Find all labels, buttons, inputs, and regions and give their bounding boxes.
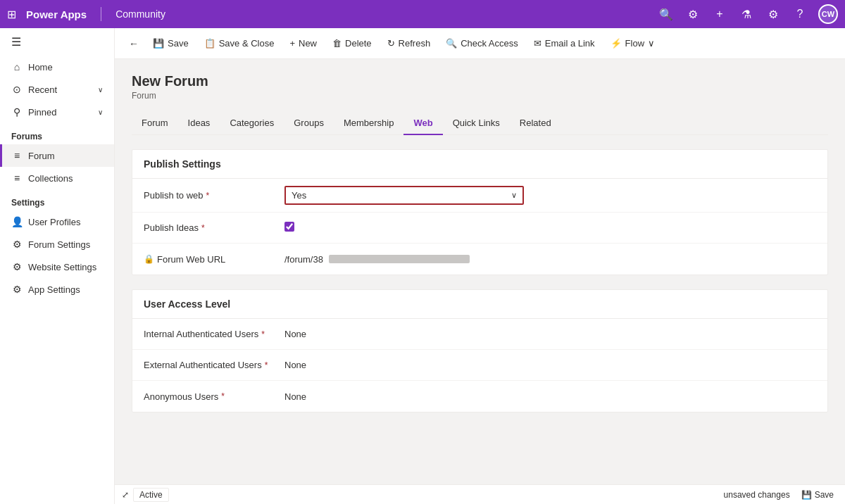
save-button[interactable]: 💾 Save — [146, 34, 196, 53]
refresh-button[interactable]: ↻ Refresh — [380, 34, 438, 53]
publish-settings-header: Publish Settings — [132, 150, 827, 179]
sidebar-item-user-profiles[interactable]: 👤 User Profiles — [0, 210, 114, 233]
external-auth-row: External Authenticated Users * None — [132, 350, 827, 381]
email-link-button[interactable]: ✉ Email a Link — [527, 34, 602, 53]
dropdown-value: Yes — [292, 190, 306, 201]
tab-web[interactable]: Web — [403, 112, 442, 135]
page-content: New Forum Forum Forum Ideas Categories G… — [115, 59, 845, 484]
tab-forum[interactable]: Forum — [132, 112, 178, 135]
forum-icon: ≡ — [11, 150, 23, 161]
new-button[interactable]: + New — [282, 34, 324, 53]
required-star-3: * — [261, 329, 265, 339]
publish-ideas-row: Publish Ideas * — [132, 213, 827, 244]
sidebar-item-app-settings[interactable]: ⚙ App Settings — [0, 278, 114, 301]
delete-button[interactable]: 🗑 Delete — [325, 34, 379, 53]
sidebar-item-home[interactable]: ⌂ Home — [0, 56, 114, 78]
forums-section-label: Forums — [0, 123, 114, 144]
tab-quick-links[interactable]: Quick Links — [443, 112, 510, 135]
status-save-icon: 💾 — [801, 490, 812, 500]
publish-settings-section: Publish Settings Publish to web * Yes ∨ — [132, 149, 828, 275]
flow-icon: ⚡ — [611, 38, 622, 49]
save-label: Save — [168, 38, 189, 49]
app-settings-icon: ⚙ — [11, 284, 23, 295]
publish-ideas-control — [284, 222, 816, 234]
sidebar-item-website-settings[interactable]: ⚙ Website Settings — [0, 256, 114, 278]
tab-categories[interactable]: Categories — [220, 112, 284, 135]
save-icon: 💾 — [153, 38, 164, 49]
internal-auth-row: Internal Authenticated Users * None — [132, 319, 827, 350]
recent-chevron: ∨ — [98, 86, 103, 94]
check-access-button[interactable]: 🔍 Check Access — [439, 34, 525, 53]
tab-membership[interactable]: Membership — [334, 112, 404, 135]
status-save-label: Save — [815, 490, 834, 500]
anonymous-users-row: Anonymous Users * None — [132, 381, 827, 412]
page-title: New Forum — [132, 73, 828, 89]
add-icon[interactable]: + — [711, 6, 728, 23]
forum-settings-icon: ⚙ — [11, 239, 23, 250]
save-close-button[interactable]: 📋 Save & Close — [197, 34, 282, 53]
required-star-5: * — [221, 391, 225, 401]
grid-icon[interactable]: ⊞ — [7, 8, 16, 21]
status-save-button[interactable]: 💾 Save — [797, 489, 838, 501]
nav-divider — [101, 7, 101, 21]
settings-icon[interactable]: ⚙ — [684, 6, 701, 23]
menu-toggle[interactable]: ☰ — [0, 28, 114, 56]
settings-section-label: Settings — [0, 189, 114, 210]
help-icon[interactable]: ? — [791, 6, 808, 23]
publish-to-web-dropdown[interactable]: Yes ∨ — [284, 186, 524, 205]
delete-icon: 🗑 — [332, 38, 342, 49]
flow-label: Flow — [625, 38, 644, 49]
collections-icon: ≡ — [11, 172, 23, 184]
tab-related[interactable]: Related — [510, 112, 561, 135]
sidebar-item-website-settings-label: Website Settings — [28, 262, 96, 272]
lock-icon: 🔒 — [144, 254, 154, 264]
pin-icon: ⚲ — [11, 106, 23, 118]
sidebar-item-pinned-label: Pinned — [28, 107, 56, 118]
nav-left: ⊞ Power Apps Community — [7, 7, 165, 21]
user-avatar[interactable]: CW — [818, 4, 838, 24]
sidebar-item-home-label: Home — [28, 62, 53, 73]
gear-icon[interactable]: ⚙ — [765, 6, 782, 23]
publish-to-web-label: Publish to web * — [144, 190, 284, 201]
sidebar-item-app-settings-label: App Settings — [28, 284, 80, 295]
status-bar: ⤢ Active unsaved changes 💾 Save — [115, 484, 845, 504]
user-profiles-icon: 👤 — [11, 216, 23, 227]
website-settings-icon: ⚙ — [11, 261, 23, 272]
filter-icon[interactable]: ⚗ — [738, 6, 755, 23]
sidebar-item-user-profiles-label: User Profiles — [28, 217, 80, 227]
new-icon: + — [289, 38, 295, 49]
publish-ideas-label: Publish Ideas * — [144, 222, 284, 233]
flow-arrow: ∨ — [648, 38, 655, 49]
expand-icon[interactable]: ⤢ — [122, 490, 129, 500]
sidebar-item-pinned[interactable]: ⚲ Pinned ∨ — [0, 101, 114, 123]
check-access-label: Check Access — [461, 38, 518, 49]
back-button[interactable]: ← — [123, 34, 144, 53]
email-icon: ✉ — [534, 38, 542, 49]
dropdown-arrow-icon: ∨ — [511, 191, 517, 200]
toolbar: ← 💾 Save 📋 Save & Close + New 🗑 Delete ↻… — [115, 28, 845, 59]
refresh-label: Refresh — [399, 38, 431, 49]
external-auth-value: None — [284, 360, 816, 370]
top-navigation: ⊞ Power Apps Community 🔍 ⚙ + ⚗ ⚙ ? CW — [0, 0, 845, 28]
sidebar-item-forum-settings-label: Forum Settings — [28, 239, 90, 250]
internal-auth-label: Internal Authenticated Users * — [144, 329, 284, 339]
anonymous-users-label: Anonymous Users * — [144, 391, 284, 402]
required-star-2: * — [201, 223, 205, 233]
sidebar-item-forum-settings[interactable]: ⚙ Forum Settings — [0, 233, 114, 256]
refresh-icon: ↻ — [387, 38, 395, 49]
external-auth-label: External Authenticated Users * — [144, 360, 284, 370]
flow-button[interactable]: ⚡ Flow ∨ — [603, 34, 662, 53]
tab-ideas[interactable]: Ideas — [178, 112, 220, 135]
sidebar: ☰ ⌂ Home ⊙ Recent ∨ ⚲ Pinned ∨ Forums ≡ … — [0, 28, 115, 504]
sidebar-item-forum[interactable]: ≡ Forum — [0, 144, 114, 167]
publish-ideas-checkbox[interactable] — [284, 222, 294, 232]
community-label: Community — [115, 8, 165, 20]
sidebar-item-collections[interactable]: ≡ Collections — [0, 167, 114, 189]
status-left: ⤢ Active — [122, 488, 169, 502]
search-icon[interactable]: 🔍 — [658, 6, 675, 23]
tab-groups[interactable]: Groups — [284, 112, 334, 135]
new-label: New — [299, 38, 317, 49]
page-tabs: Forum Ideas Categories Groups Membership… — [132, 112, 828, 135]
sidebar-item-recent[interactable]: ⊙ Recent ∨ — [0, 78, 114, 101]
sidebar-item-forum-label: Forum — [28, 151, 55, 161]
